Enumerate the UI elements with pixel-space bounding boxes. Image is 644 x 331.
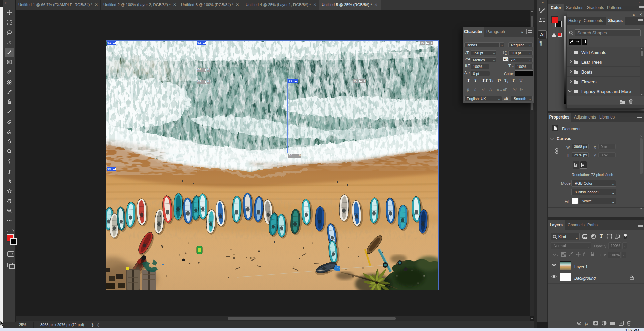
svg-text:A: A xyxy=(505,53,507,55)
